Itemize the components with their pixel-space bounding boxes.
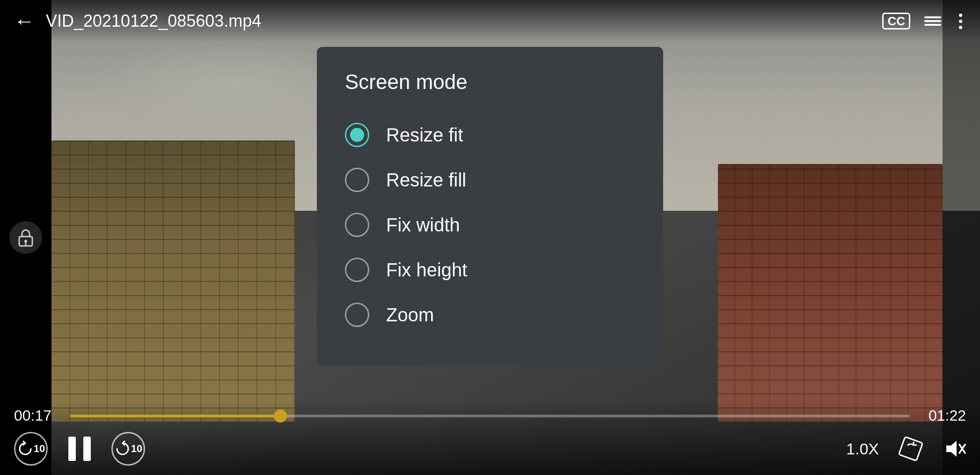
top-bar: ← VID_20210122_085603.mp4 CC xyxy=(0,0,980,42)
total-time: 01:22 xyxy=(919,407,966,424)
more-options-button[interactable] xyxy=(955,10,966,33)
back-button[interactable]: ← xyxy=(14,9,35,33)
cc-icon: CC xyxy=(882,13,910,30)
mode-option-resize-fit[interactable]: Resize fit xyxy=(345,112,635,157)
progress-bar[interactable] xyxy=(70,415,910,417)
mode-option-zoom[interactable]: Zoom xyxy=(345,292,635,337)
radio-inner-resize-fit xyxy=(350,128,364,142)
progress-area: 00:17 01:22 xyxy=(0,407,980,424)
dot-2 xyxy=(959,20,962,23)
dot-1 xyxy=(959,14,962,17)
playback-controls: 10 10 1.0X xyxy=(0,432,980,466)
radio-resize-fit xyxy=(345,123,369,147)
replay-icon xyxy=(17,440,34,457)
mute-button[interactable] xyxy=(943,437,966,460)
mode-label-zoom: Zoom xyxy=(386,304,434,326)
forward-label: 10 xyxy=(131,443,142,455)
subtitle-line-3 xyxy=(924,24,941,26)
svg-rect-3 xyxy=(68,437,76,461)
video-title: VID_20210122_085603.mp4 xyxy=(46,11,882,31)
progress-fill xyxy=(70,415,280,417)
mode-label-fix-height: Fix height xyxy=(386,260,467,281)
screen-mode-popup: Screen mode Resize fit Resize fill Fix w… xyxy=(317,47,663,365)
forward-button[interactable]: 10 xyxy=(111,432,145,466)
pause-icon xyxy=(66,435,93,463)
radio-fix-width xyxy=(345,213,369,237)
radio-zoom xyxy=(345,303,369,327)
current-time: 00:17 xyxy=(14,407,61,424)
mute-icon xyxy=(943,437,966,460)
replay-label: 10 xyxy=(34,443,45,455)
subtitle-line-1 xyxy=(924,16,941,18)
lock-button[interactable] xyxy=(9,221,42,254)
mode-label-resize-fill: Resize fill xyxy=(386,170,466,191)
mode-option-fix-height[interactable]: Fix height xyxy=(345,247,635,292)
top-icons: CC xyxy=(882,10,966,33)
building-left xyxy=(51,141,295,422)
svg-rect-4 xyxy=(83,437,91,461)
radio-fix-height xyxy=(345,258,369,282)
mode-option-resize-fill[interactable]: Resize fill xyxy=(345,157,635,202)
replay-button[interactable]: 10 xyxy=(14,432,48,466)
mode-label-resize-fit: Resize fit xyxy=(386,125,463,146)
dot-3 xyxy=(959,26,962,29)
radio-resize-fill xyxy=(345,168,369,192)
cc-button[interactable]: CC xyxy=(882,13,910,30)
progress-thumb[interactable] xyxy=(274,409,287,423)
right-controls: 1.0X xyxy=(846,434,966,464)
svg-marker-6 xyxy=(946,441,957,457)
rotate-icon xyxy=(898,436,924,462)
mode-label-fix-width: Fix width xyxy=(386,215,460,236)
screen-mode-title: Screen mode xyxy=(345,70,635,94)
rotate-button[interactable] xyxy=(896,434,926,464)
lock-icon xyxy=(17,228,34,247)
subtitle-line-2 xyxy=(924,20,941,22)
bottom-controls: 00:17 01:22 10 10 xyxy=(0,400,980,475)
speed-button[interactable]: 1.0X xyxy=(846,440,879,458)
side-controls xyxy=(9,221,42,254)
building-right xyxy=(718,164,943,422)
subtitle-button[interactable] xyxy=(924,16,941,26)
svg-rect-5 xyxy=(899,437,922,460)
mode-option-fix-width[interactable]: Fix width xyxy=(345,202,635,247)
forward-icon xyxy=(114,440,131,457)
pause-button[interactable] xyxy=(66,435,93,463)
